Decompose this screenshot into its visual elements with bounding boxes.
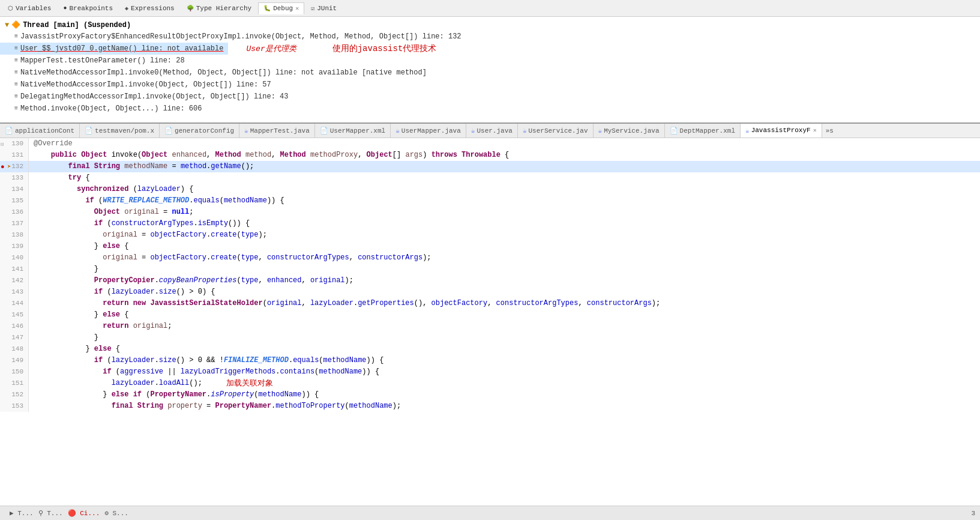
editor-tab-generatorconfig[interactable]: 📄 generatorConfig [160,124,239,138]
line-num-text-132: 132 [11,163,23,170]
code-row-149: 149 if (lazyLoader.size() > 0 && !FINALI… [0,355,980,366]
editor-tab-deptmapper[interactable]: 📄 DeptMapper.xml [665,124,741,138]
code-row-152: 152 } else if (PropertyNamer.isProperty(… [0,389,980,401]
line-number-136: 136 [0,207,29,218]
code-content-131: public Object invoke(Object enhanced, Me… [29,150,509,161]
line-number-153: 153 [0,401,29,412]
code-editor[interactable]: 130 ⊟ @Override 131 public Object invoke… [0,138,980,506]
line-number-142: 142 [0,275,29,286]
stack-frame-1[interactable]: ≡ User_$$_jvstd07_0.getName() line: not … [0,43,228,55]
editor-tab-usermapper-java[interactable]: ☕ UserMapper.java [391,124,466,138]
stack-frame-text-1: User_$$_jvstd07_0.getName() line: not av… [20,43,223,54]
tab-junit[interactable]: ☑ JUnit [305,2,342,14]
code-content-133: try { [29,172,90,184]
line-number-146: 146 [0,321,29,332]
status-bar: ▶ T... ⚲ T... 🔴 Ci... ⚙ S... 3 [0,506,980,520]
tab-debug[interactable]: 🐛 Debug ✕ [258,2,304,14]
more-tabs-button[interactable]: »s [822,126,837,136]
code-content-135: if (WRITE_REPLACE_METHOD.equals(methodNa… [29,195,284,207]
stack-frame-6[interactable]: ≡ Method.invoke(Object, Object...) line:… [0,103,980,115]
line-number-140: 140 [0,252,29,264]
editor-tab-label-11: JavassistProxyF [751,127,811,134]
tab-expressions[interactable]: ◈ Expressions [119,2,180,14]
junit-icon: ☑ [311,5,314,12]
debug-tabs: ⬡ Variables ● Breakpoints ◈ Expressions … [0,0,980,17]
line-number-152: 152 [0,389,29,401]
line-number-144: 144 [0,298,29,309]
code-content-136: Object original = null; [29,207,193,218]
tab-expressions-label: Expressions [131,5,175,12]
xml-icon-3: 📄 [164,127,173,135]
editor-tab-user-java[interactable]: ☕ User.java [466,124,518,138]
stack-frame-2[interactable]: ≡ MapperTest.testOneParameter() line: 28 [0,55,980,67]
expressions-icon: ◈ [125,5,128,12]
stack-frame-icon-5: ≡ [14,91,18,102]
stack-frame-text-2: MapperTest.testOneParameter() line: 28 [20,55,185,66]
code-content-144: return new JavassistSerialStateHolder(or… [29,298,660,309]
java-icon-4: ☕ [523,127,527,135]
editor-tab-label-9: MyService.java [604,127,659,135]
code-content-149: if (lazyLoader.size() > 0 && !FINALIZE_M… [29,355,383,366]
editor-tab-label-5: UserMapper.xml [330,127,385,135]
code-row-153: 153 final String property = PropertyName… [0,401,980,412]
tab-type-hierarchy[interactable]: 🌳 Type Hierarchy [181,2,257,14]
editor-tab-userservice[interactable]: ☕ UserService.jav [518,124,594,138]
editor-tab-close-11[interactable]: ✕ [813,127,817,134]
editor-tab-javassist[interactable]: ☕ JavassistProxyF ✕ [741,124,822,138]
code-content-151: lazyLoader.loadAll(); [29,378,202,389]
stack-frame-2-row: ≡ MapperTest.testOneParameter() line: 28 [0,55,980,67]
code-row-138: 138 original = objectFactory.create(type… [0,229,980,241]
stack-frame-0[interactable]: ≡ JavassistProxyFactory$EnhancedResultOb… [0,31,466,43]
code-row-150: 150 if (aggressive || lazyLoadTriggerMet… [0,366,980,378]
code-content-150: if (aggressive || lazyLoadTriggerMethods… [29,366,379,378]
code-content-146: return original; [29,321,172,332]
code-content-145: } else { [29,309,128,321]
editor-tab-label-6: UserMapper.java [401,127,461,135]
code-row-146: 146 return original; [0,321,980,332]
status-item-3[interactable]: ⚲ T... [38,509,63,517]
debug-close-icon[interactable]: ✕ [295,5,299,12]
thread-header: ▼ 🔶 Thread [main] (Suspended) [0,19,980,31]
code-row-139: 139 } else { [0,241,980,252]
code-content-142: PropertyCopier.copyBeanProperties(type, … [29,275,353,286]
thread-icon: 🔶 [11,20,20,29]
stack-frame-3[interactable]: ≡ NativeMethodAccessorImpl.invoke0(Metho… [0,67,980,79]
editor-tab-usermapper-xml[interactable]: 📄 UserMapper.xml [315,124,391,138]
code-row-151: 151 lazyLoader.loadAll(); 加载关联对象 [0,378,980,389]
code-row-143: 143 if (lazyLoader.size() > 0) { [0,286,980,298]
stack-frame-icon-6: ≡ [14,103,18,114]
stack-frame-icon-1: ≡ [14,43,18,54]
tab-variables[interactable]: ⬡ Variables [2,2,56,14]
status-item-2[interactable]: ▶ T... [10,509,34,517]
editor-tab-myservice[interactable]: ☕ MyService.java [594,124,665,138]
line-number-130: 130 ⊟ [0,138,29,150]
thread-expand-icon[interactable]: ▼ [5,21,9,29]
stack-frame-icon-4: ≡ [14,79,18,90]
line-number-151: 151 [0,378,29,389]
editor-tab-pom[interactable]: 📄 testmaven/pom.x [80,124,160,138]
line-number-149: 149 [0,355,29,366]
editor-tab-mappertest[interactable]: ☕ MapperTest.java [239,124,315,138]
line-number-135: 135 [0,195,29,207]
stack-frame-icon-0: ≡ [14,31,18,42]
status-item-5[interactable]: ⚙ S... [104,509,128,517]
stack-frame-5[interactable]: ≡ DelegatingMethodAccessorImpl.invoke(Ob… [0,91,980,103]
annotation-proxy-class: User是代理类 [246,43,296,54]
tab-breakpoints[interactable]: ● Breakpoints [58,2,118,14]
code-content-138: original = objectFactory.create(type); [29,229,267,241]
code-row-135: 135 if (WRITE_REPLACE_METHOD.equals(meth… [0,195,980,207]
line-number-137: 137 [0,218,29,229]
code-row-148: 148 } else { [0,343,980,355]
stack-frame-6-row: ≡ Method.invoke(Object, Object...) line:… [0,103,980,115]
status-item-4[interactable]: 🔴 Ci... [68,509,100,517]
stack-frame-4[interactable]: ≡ NativeMethodAccessorImpl.invoke(Object… [0,79,980,91]
line-number-134: 134 [0,184,29,195]
line-number-132: ● ➤ 132 [0,161,29,172]
tab-type-hierarchy-label: Type Hierarchy [196,5,251,12]
editor-tab-label-2: testmaven/pom.x [95,127,154,135]
stack-frame-text-0: JavassistProxyFactory$EnhancedResultObje… [20,31,461,42]
tab-variables-label: Variables [16,5,51,12]
code-content-139: } else { [29,241,128,252]
editor-tab-applicationcont[interactable]: 📄 applicationCont [0,124,80,138]
tab-debug-label: Debug [273,5,293,12]
